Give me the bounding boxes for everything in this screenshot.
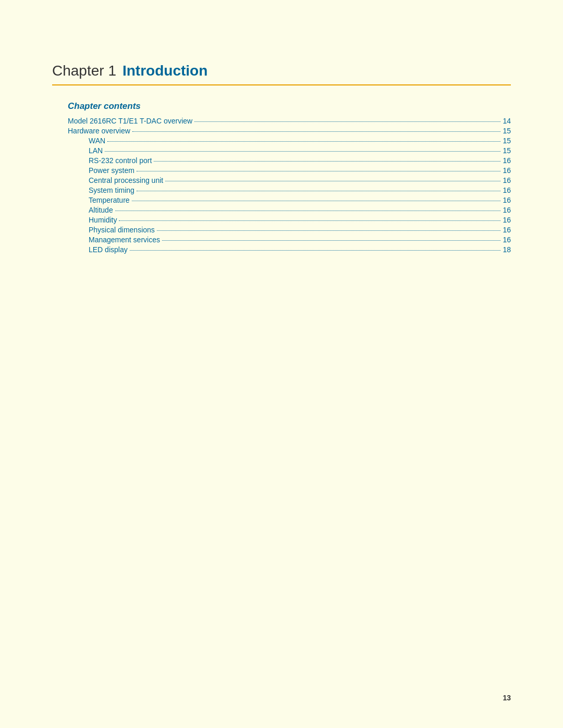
chapter-heading: Chapter 1 Introduction — [52, 63, 511, 85]
toc-link[interactable]: Model 2616RC T1/E1 T-DAC overview — [68, 117, 192, 125]
toc-dots — [137, 171, 501, 171]
chapter-contents-heading: Chapter contents — [68, 101, 511, 112]
toc-page-number: 18 — [503, 245, 511, 254]
page: Chapter 1 Introduction Chapter contents … — [0, 0, 563, 728]
toc-link[interactable]: WAN — [89, 137, 105, 145]
toc-link[interactable]: Power system — [89, 166, 134, 175]
chapter-label: Chapter 1 — [52, 63, 116, 79]
toc-page-number: 15 — [503, 127, 511, 135]
toc-dots — [107, 141, 500, 142]
toc-item[interactable]: LED display18 — [89, 245, 511, 254]
toc-item[interactable]: System timing16 — [89, 186, 511, 194]
toc-page-number: 16 — [503, 196, 511, 204]
toc-link[interactable]: System timing — [89, 186, 134, 194]
toc-item[interactable]: WAN15 — [89, 137, 511, 145]
toc-item[interactable]: Humidity16 — [89, 216, 511, 224]
toc-page-number: 16 — [503, 216, 511, 224]
toc-dots — [157, 230, 501, 231]
toc-page-number: 16 — [503, 226, 511, 234]
toc-page-number: 16 — [503, 176, 511, 184]
toc-item[interactable]: RS-232 control port16 — [89, 156, 511, 165]
toc-page-number: 15 — [503, 137, 511, 145]
toc-link[interactable]: LED display — [89, 245, 128, 254]
toc-item[interactable]: Central processing unit16 — [89, 176, 511, 184]
toc-link[interactable]: Management services — [89, 236, 160, 244]
toc-link[interactable]: Physical dimensions — [89, 226, 155, 234]
toc-link[interactable]: Temperature — [89, 196, 130, 204]
toc-dots — [154, 161, 500, 162]
toc-dots — [194, 121, 500, 122]
toc-link[interactable]: Hardware overview — [68, 127, 130, 135]
toc-list: Model 2616RC T1/E1 T-DAC overview14Hardw… — [68, 117, 511, 254]
toc-link[interactable]: LAN — [89, 146, 103, 155]
toc-dots — [137, 191, 501, 191]
toc-dots — [119, 220, 500, 221]
toc-page-number: 16 — [503, 236, 511, 244]
toc-page-number: 14 — [503, 117, 511, 125]
toc-link[interactable]: Humidity — [89, 216, 117, 224]
toc-item[interactable]: Physical dimensions16 — [89, 226, 511, 234]
toc-item[interactable]: Management services16 — [89, 236, 511, 244]
toc-item[interactable]: Hardware overview15 — [68, 127, 511, 135]
toc-item[interactable]: Model 2616RC T1/E1 T-DAC overview14 — [68, 117, 511, 125]
toc-dots — [105, 151, 500, 152]
toc-page-number: 15 — [503, 146, 511, 155]
toc-dots — [165, 181, 500, 181]
toc-item[interactable]: Power system16 — [89, 166, 511, 175]
toc-item[interactable]: LAN15 — [89, 146, 511, 155]
toc-item[interactable]: Altitude16 — [89, 206, 511, 214]
toc-item[interactable]: Temperature16 — [89, 196, 511, 204]
chapter-title: Introduction — [123, 63, 207, 79]
toc-page-number: 16 — [503, 206, 511, 214]
toc-dots — [132, 131, 501, 132]
toc-link[interactable]: RS-232 control port — [89, 156, 152, 165]
toc-dots — [132, 201, 501, 201]
toc-page-number: 16 — [503, 156, 511, 165]
toc-page-number: 16 — [503, 186, 511, 194]
toc-dots — [115, 211, 501, 211]
page-number: 13 — [503, 694, 511, 702]
toc-link[interactable]: Altitude — [89, 206, 113, 214]
toc-page-number: 16 — [503, 166, 511, 175]
toc-dots — [130, 250, 501, 251]
toc-link[interactable]: Central processing unit — [89, 176, 163, 184]
toc-dots — [162, 240, 500, 241]
